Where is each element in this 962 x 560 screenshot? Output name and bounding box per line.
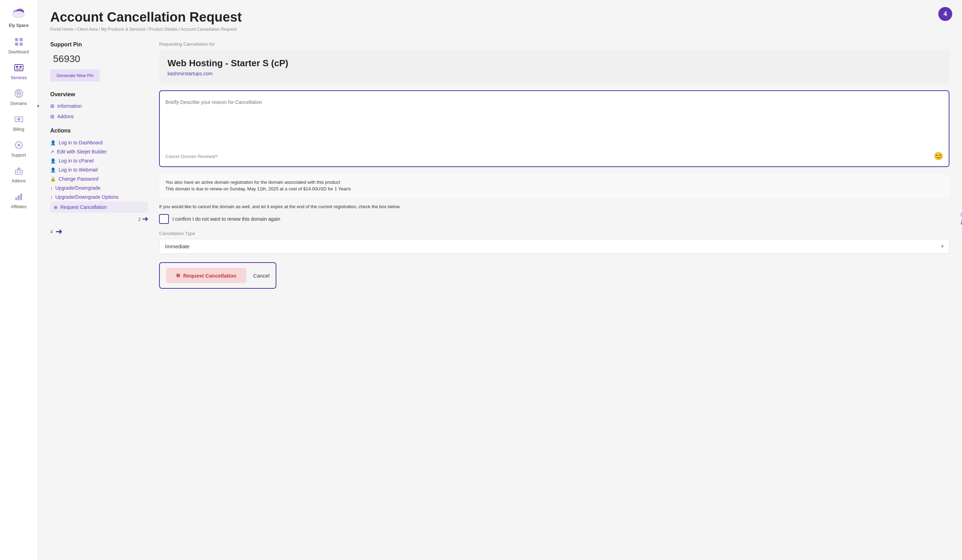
svg-rect-29 bbox=[18, 195, 19, 200]
domains-icon: www bbox=[13, 87, 25, 100]
svg-rect-12 bbox=[16, 69, 22, 69]
logo-icon bbox=[10, 4, 27, 23]
addons-icon bbox=[13, 164, 25, 177]
breadcrumb-client-area[interactable]: Client Area bbox=[77, 27, 98, 32]
breadcrumb-product-details[interactable]: Product Details bbox=[149, 27, 177, 32]
svg-marker-4 bbox=[21, 7, 23, 9]
svg-rect-7 bbox=[15, 43, 18, 46]
breadcrumb-products[interactable]: My Products & Services bbox=[101, 27, 145, 32]
sidebar-item-dashboard[interactable]: Dashboard bbox=[0, 32, 37, 58]
request-cancel-icon: ⊗ bbox=[176, 272, 181, 278]
sidebar-item-label-domains: Domains bbox=[10, 101, 27, 106]
action-edit-sitejet[interactable]: ↗ Edit with Sitejet Builder bbox=[50, 147, 148, 156]
svg-rect-28 bbox=[15, 197, 17, 200]
action-upgrade-downgrade[interactable]: ↕ Upgrade/Downgrade bbox=[50, 183, 148, 193]
product-box: Web Hosting - Starter S (cP) kashmirstar… bbox=[159, 50, 949, 83]
annotation-4-arrow: ➜ bbox=[55, 227, 63, 237]
cancel-link[interactable]: Cancel bbox=[253, 273, 270, 278]
reason-textarea[interactable] bbox=[165, 100, 943, 148]
svg-rect-20 bbox=[16, 119, 18, 120]
domain-info-line2: This domain is due to renew on Sunday, M… bbox=[165, 186, 943, 191]
domain-info-box: You also have an active domain registrat… bbox=[159, 174, 949, 198]
actions-row: ⊗ Request Cancellation Cancel bbox=[159, 262, 276, 289]
annotation-1-arrow: ➜ bbox=[38, 101, 39, 111]
breadcrumb-portal-home[interactable]: Portal Home bbox=[50, 27, 74, 32]
annotation-4-row: 4 ➜ bbox=[50, 227, 148, 237]
cancellation-type-section: Cancellation Type Immediate End of Billi… bbox=[159, 231, 949, 254]
support-pin-label: Support Pin bbox=[50, 42, 148, 48]
sidebar-item-label-addons: Addons bbox=[11, 179, 26, 183]
overview-item-label-information: Information bbox=[57, 103, 82, 109]
checkbox-row: 2 ➜ I confirm I do not want to renew thi… bbox=[159, 214, 949, 224]
action-request-cancellation[interactable]: ⊗ Request Cancellation bbox=[50, 201, 148, 213]
overview-item-addons[interactable]: ⊞ Addons bbox=[50, 112, 148, 121]
action-login-dashboard[interactable]: 👤 Log in to Dashboard bbox=[50, 138, 148, 147]
annotation-3-num: 3 bbox=[960, 212, 962, 217]
sidebar-item-addons[interactable]: Addons bbox=[0, 161, 37, 187]
page-title: Account Cancellation Request bbox=[50, 10, 949, 25]
svg-rect-27 bbox=[19, 172, 21, 173]
cancellation-type-label: Cancellation Type bbox=[159, 231, 949, 236]
actions-title: Actions bbox=[50, 128, 148, 134]
login-webmail-icon: 👤 bbox=[50, 167, 56, 172]
action-change-password[interactable]: 🔒 Change Password bbox=[50, 174, 148, 183]
breadcrumb-current: Account Cancellation Request bbox=[181, 27, 237, 32]
breadcrumb: Portal Home / Client Area / My Products … bbox=[50, 27, 949, 32]
content-grid: Support Pin 56930 Generate New Pin Overv… bbox=[50, 42, 949, 289]
annotation-2-arrow: ➜ bbox=[142, 214, 148, 224]
svg-rect-15 bbox=[16, 94, 21, 95]
change-password-icon: 🔒 bbox=[50, 177, 56, 182]
sidebar-item-billing[interactable]: Billing bbox=[0, 109, 37, 135]
upgrade-downgrade-options-icon: ↕ bbox=[50, 195, 53, 200]
cancellation-type-select[interactable]: Immediate End of Billing Period bbox=[159, 239, 949, 254]
affiliates-icon bbox=[13, 190, 25, 203]
support-pin-section: Support Pin 56930 Generate New Pin bbox=[50, 42, 148, 82]
action-login-cpanel[interactable]: 👤 Log in to cPanel bbox=[50, 156, 148, 165]
edit-sitejet-icon: ↗ bbox=[50, 149, 54, 154]
submit-row: ⊗ Request Cancellation Cancel bbox=[159, 262, 949, 289]
support-icon bbox=[13, 139, 25, 151]
sidebar-item-support[interactable]: Support bbox=[0, 135, 37, 161]
sidebar-item-label-dashboard: Dashboard bbox=[8, 50, 29, 55]
billing-icon bbox=[13, 113, 25, 126]
services-icon bbox=[13, 61, 25, 74]
svg-rect-5 bbox=[15, 38, 18, 41]
svg-text:www: www bbox=[15, 90, 20, 92]
svg-point-19 bbox=[18, 118, 20, 121]
logo-text: Ely Space bbox=[9, 23, 29, 28]
support-pin-value: 56930 bbox=[50, 53, 148, 64]
cancel-domain-label: Cancel Domain Renewal? bbox=[165, 154, 218, 159]
overview-item-information[interactable]: ⊞ Information bbox=[50, 102, 82, 110]
sidebar-item-affiliates[interactable]: Affiliates bbox=[0, 187, 37, 213]
sidebar-item-services[interactable]: Services bbox=[0, 58, 37, 84]
overview-section: Overview 1 ➜ ⊞ Information ⊞ Addons bbox=[50, 91, 148, 121]
sidebar-item-label-services: Services bbox=[10, 75, 26, 80]
request-cancellation-button[interactable]: ⊗ Request Cancellation bbox=[166, 268, 246, 283]
checkbox-label: I confirm I do not want to renew this do… bbox=[173, 216, 280, 222]
main-content: 4 Account Cancellation Request Portal Ho… bbox=[38, 0, 962, 560]
sidebar-item-label-billing: Billing bbox=[13, 127, 24, 132]
svg-point-3 bbox=[13, 11, 24, 17]
action-upgrade-downgrade-options[interactable]: ↕ Upgrade/Downgrade Options bbox=[50, 193, 148, 201]
svg-rect-11 bbox=[19, 66, 22, 68]
login-dashboard-icon: 👤 bbox=[50, 140, 56, 145]
sidebar-item-domains[interactable]: www Domains bbox=[0, 84, 37, 109]
svg-rect-10 bbox=[16, 66, 18, 68]
action-login-webmail[interactable]: 👤 Log in to Webmail bbox=[50, 165, 148, 174]
cancellation-reason-box: Cancel Domain Renewal? 😊 bbox=[159, 90, 949, 167]
domain-cancel-checkbox[interactable] bbox=[159, 214, 169, 224]
svg-rect-26 bbox=[17, 172, 18, 173]
annotation-4-num: 4 bbox=[50, 229, 53, 234]
dashboard-icon bbox=[13, 35, 25, 48]
svg-point-24 bbox=[18, 144, 20, 146]
textarea-footer: Cancel Domain Renewal? 😊 bbox=[165, 152, 943, 161]
annotation-3-arrow: ↓ bbox=[960, 217, 962, 226]
requesting-label: Requesting Cancellation for bbox=[159, 42, 949, 47]
sidebar: Ely Space Dashboard Services bbox=[0, 0, 38, 560]
notification-badge[interactable]: 4 bbox=[938, 7, 952, 21]
request-cancel-label: Request Cancellation bbox=[183, 273, 237, 278]
annotation-2-num: 2 bbox=[138, 217, 140, 222]
logo[interactable]: Ely Space bbox=[9, 4, 29, 28]
generate-pin-button[interactable]: Generate New Pin bbox=[50, 69, 100, 82]
left-panel: Support Pin 56930 Generate New Pin Overv… bbox=[50, 42, 148, 237]
